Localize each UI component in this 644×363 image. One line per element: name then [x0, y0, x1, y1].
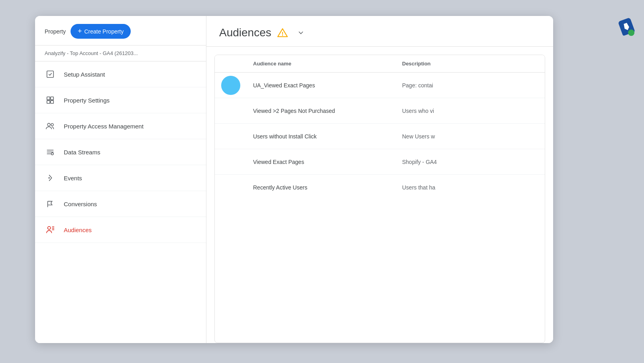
audience-description-cell: Page: contai: [396, 76, 545, 95]
audiences-icon: [45, 224, 56, 235]
svg-rect-1: [47, 97, 50, 100]
property-settings-icon: [45, 95, 56, 106]
svg-marker-18: [623, 22, 630, 31]
sidebar-item-property-access[interactable]: Property Access Management: [35, 113, 206, 139]
svg-text:!: !: [281, 31, 283, 37]
sidebar-item-data-streams[interactable]: Data Streams: [35, 139, 206, 165]
audience-description-cell: Users that ha: [396, 178, 545, 197]
main-content: Audiences ! Audience name Description: [206, 16, 553, 343]
warning-icon: !: [277, 27, 288, 38]
checkbox-icon: [45, 69, 56, 80]
app-window: Property + Create Property Analyzify - T…: [35, 16, 553, 343]
svg-rect-2: [51, 97, 53, 100]
sidebar-item-conversions[interactable]: Conversions: [35, 191, 206, 217]
sidebar-item-property-access-label: Property Access Management: [64, 123, 143, 130]
events-icon: [45, 172, 56, 183]
audience-description-cell: New Users w: [396, 127, 545, 146]
nav-list: Setup Assistant Property Settings: [35, 61, 206, 343]
svg-point-5: [47, 123, 50, 126]
audiences-dropdown-button[interactable]: [294, 26, 308, 40]
table-row[interactable]: Viewed >2 Pages Not Purchased Users who …: [215, 98, 545, 124]
svg-rect-4: [51, 101, 53, 103]
flag-icon: [45, 198, 56, 209]
col-header-description: Description: [396, 55, 545, 72]
svg-rect-3: [47, 101, 50, 103]
sidebar: Property + Create Property Analyzify - T…: [35, 16, 206, 343]
audience-description-cell: Shopify - GA4: [396, 152, 545, 172]
audience-avatar: [221, 76, 240, 95]
sidebar-item-audiences[interactable]: Audiences: [35, 217, 206, 243]
table-row[interactable]: Recently Active Users Users that ha: [215, 175, 545, 200]
audience-name-cell: Users without Install Click: [247, 127, 396, 146]
sidebar-header: Property + Create Property: [35, 16, 206, 45]
table-row[interactable]: Users without Install Click New Users w: [215, 124, 545, 149]
table-row[interactable]: Viewed Exact Pages Shopify - GA4: [215, 149, 545, 175]
sidebar-item-setup-assistant[interactable]: Setup Assistant: [35, 61, 206, 87]
table-header: Audience name Description: [215, 55, 545, 73]
audience-description-cell: Users who vi: [396, 101, 545, 120]
audience-name-cell: Recently Active Users: [247, 178, 396, 197]
people-icon: [45, 120, 56, 132]
audience-name-cell: Viewed >2 Pages Not Purchased: [247, 101, 396, 120]
main-header: Audiences !: [206, 16, 553, 47]
audiences-table: Audience name Description UA_Viewed Exac…: [214, 55, 545, 343]
fab-area: [620, 19, 633, 34]
sidebar-item-events-label: Events: [64, 175, 82, 182]
svg-point-6: [51, 124, 53, 126]
sidebar-item-audiences-label: Audiences: [64, 227, 92, 233]
create-property-button[interactable]: + Create Property: [71, 24, 131, 39]
sidebar-item-events[interactable]: Events: [35, 165, 206, 191]
create-property-label: Create Property: [84, 28, 124, 35]
plus-icon: +: [78, 27, 82, 36]
pen-tool-icon[interactable]: [620, 19, 633, 34]
audience-name-cell: Viewed Exact Pages: [247, 152, 396, 172]
sidebar-item-property-settings[interactable]: Property Settings: [35, 87, 206, 113]
row-avatar: [215, 76, 247, 95]
col-header-name: Audience name: [247, 55, 396, 72]
green-status-dot: [628, 30, 634, 36]
audience-name-cell: UA_Viewed Exact Pages: [247, 76, 396, 95]
page-title: Audiences: [219, 26, 271, 39]
svg-point-10: [51, 153, 54, 155]
sidebar-item-data-streams-label: Data Streams: [64, 149, 100, 156]
svg-point-11: [48, 177, 50, 179]
sidebar-item-setup-assistant-label: Setup Assistant: [64, 71, 105, 78]
sidebar-item-property-settings-label: Property Settings: [64, 97, 110, 104]
data-streams-icon: [45, 146, 56, 158]
property-label: Property: [45, 28, 66, 35]
account-name: Analyzify - Top Account - GA4 (261203...: [35, 45, 206, 61]
sidebar-item-conversions-label: Conversions: [64, 201, 97, 207]
table-row[interactable]: UA_Viewed Exact Pages Page: contai: [215, 73, 545, 98]
svg-point-12: [48, 227, 51, 229]
svg-rect-0: [47, 71, 54, 78]
